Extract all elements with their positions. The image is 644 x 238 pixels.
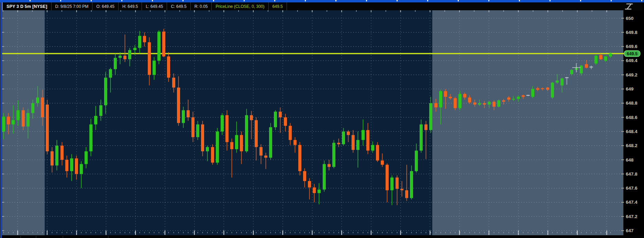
price-axis-label: 648.8: [626, 100, 637, 106]
bottom-minor-tick: [62, 232, 62, 234]
bottom-minor-tick: [494, 232, 494, 234]
bottom-minor-tick: [411, 232, 412, 234]
candle-body: [390, 178, 393, 190]
symbol-timeframe-label[interactable]: SPY 3 D 5m [NYSE]: [3, 2, 52, 10]
candle-body: [60, 146, 64, 160]
candle-body: [366, 130, 369, 151]
top-minor-tick: [444, 10, 445, 12]
top-minor-tick: [121, 10, 121, 12]
bottom-minor-tick: [353, 232, 353, 234]
bottom-minor-tick: [314, 232, 314, 234]
bottom-status-strip: [0, 236, 644, 238]
axis-grid-tick: [621, 174, 624, 174]
bottom-minor-tick: [18, 232, 18, 234]
left-grid-tick: [2, 103, 4, 104]
top-minor-tick: [474, 10, 475, 12]
bottom-minor-tick: [586, 232, 587, 234]
top-minor-tick: [371, 10, 371, 12]
axis-grid-tick: [621, 230, 624, 231]
candle-body: [148, 42, 151, 75]
candle-body: [473, 103, 476, 105]
top-minor-tick: [547, 10, 548, 12]
bottom-minor-tick: [445, 232, 446, 234]
chart-header-bar: SPY 3 D 5m [NYSE] D: 9/8/25 7:00 PMO: 64…: [2, 2, 643, 10]
bottom-major-tick: [577, 230, 578, 235]
bottom-major-tick: [282, 230, 283, 235]
top-minor-tick: [165, 10, 165, 12]
bottom-minor-tick: [13, 232, 13, 234]
priceline-study-label[interactable]: PriceLine (CLOSE, 0, 300): [212, 2, 268, 10]
top-minor-tick: [459, 10, 460, 12]
bottom-minor-tick: [460, 232, 460, 234]
bottom-minor-tick: [130, 232, 130, 234]
price-axis-label: 649.4: [626, 58, 637, 63]
candle-body: [517, 97, 520, 99]
low-field: L: 649.45: [142, 2, 167, 10]
axis-grid-tick: [621, 117, 624, 118]
chart-plot-area[interactable]: 650649.8649.6649.4649.2649648.8648.6648.…: [0, 0, 644, 238]
high-field: H: 649.5: [119, 2, 142, 10]
bottom-minor-tick: [154, 232, 154, 234]
candle-body: [274, 112, 277, 127]
candle-body: [230, 142, 233, 149]
candle-body: [356, 140, 359, 150]
session-after-hours-background: [432, 10, 623, 235]
window-left-edge: [0, 2, 2, 238]
bottom-minor-tick: [377, 232, 378, 234]
bottom-minor-tick: [57, 232, 57, 234]
price-axis-label: 648.2: [626, 143, 637, 148]
bottom-minor-tick: [23, 232, 23, 234]
bottom-minor-tick: [363, 232, 363, 234]
priceline-study-line[interactable]: [2, 53, 624, 54]
candle-body: [303, 171, 306, 181]
left-grid-tick: [2, 230, 4, 231]
candle-body: [16, 110, 20, 120]
candle-body: [478, 103, 481, 105]
candle-body: [153, 61, 156, 75]
top-minor-tick: [209, 10, 210, 12]
candle-body: [119, 56, 122, 58]
bottom-minor-tick: [533, 232, 533, 234]
bottom-minor-tick: [571, 232, 572, 234]
upper-pane-tick-marks: [0, 0, 644, 1]
candle-body: [362, 130, 365, 140]
candle-body: [497, 100, 500, 107]
bottom-minor-tick: [348, 232, 348, 234]
bottom-minor-tick: [479, 232, 480, 234]
chart-mode-icon[interactable]: [623, 3, 634, 10]
top-minor-tick: [194, 10, 195, 12]
bottom-minor-tick: [513, 232, 514, 234]
candle-body: [22, 110, 25, 126]
bottom-minor-tick: [300, 232, 300, 234]
bottom-minor-tick: [232, 232, 232, 234]
candle-body: [560, 79, 564, 86]
bottom-minor-tick: [503, 232, 504, 234]
candle-body: [585, 64, 588, 68]
bottom-minor-tick: [567, 232, 567, 234]
left-grid-tick: [2, 159, 4, 160]
candle-body: [551, 83, 554, 97]
axis-grid-tick: [621, 46, 624, 47]
bottom-minor-tick: [202, 232, 203, 234]
top-minor-tick: [356, 10, 357, 12]
candle-body: [604, 57, 607, 61]
top-minor-tick: [3, 10, 3, 12]
bottom-minor-tick: [275, 232, 276, 234]
axis-grid-tick: [621, 60, 624, 61]
bottom-minor-tick: [489, 232, 489, 234]
candle-body: [259, 147, 263, 156]
bottom-minor-tick: [71, 232, 72, 234]
left-grid-tick: [2, 32, 4, 33]
bottom-minor-tick: [358, 232, 358, 234]
top-minor-tick: [592, 10, 592, 12]
candle-body: [26, 113, 30, 127]
bottom-minor-tick: [8, 232, 9, 234]
bottom-minor-tick: [528, 232, 528, 234]
bottom-minor-tick: [542, 232, 543, 234]
top-minor-tick: [607, 10, 607, 12]
candle-body: [162, 32, 165, 56]
left-grid-tick: [2, 74, 4, 75]
top-minor-tick: [47, 10, 47, 12]
bottom-minor-tick: [329, 232, 329, 234]
axis-grid-tick: [621, 18, 624, 19]
